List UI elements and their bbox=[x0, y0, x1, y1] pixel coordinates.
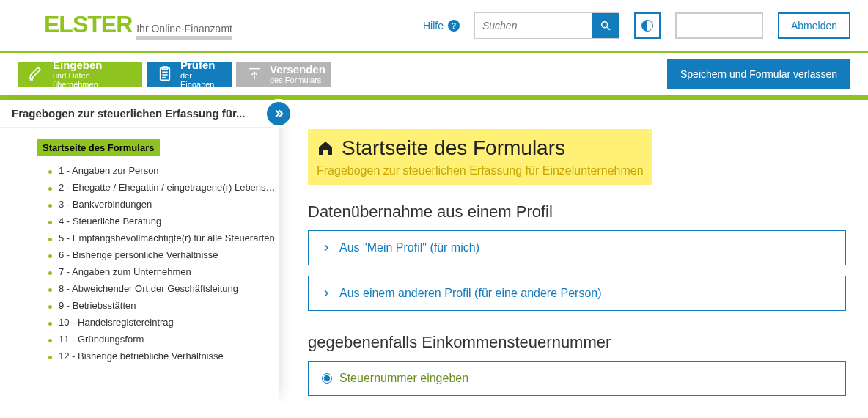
nav-item[interactable]: 3 - Bankverbindungen bbox=[44, 196, 279, 213]
nav-item[interactable]: 7 - Angaben zum Unternehmen bbox=[44, 263, 279, 280]
step1-sub: und Daten übernehmen bbox=[53, 71, 132, 89]
chevron-right-icon bbox=[322, 289, 331, 298]
nav-root[interactable]: Startseite des Formulars bbox=[37, 139, 160, 156]
link-label: Aus einem anderen Profil (für eine ander… bbox=[339, 287, 602, 300]
nav-item[interactable]: 9 - Betriebsstätten bbox=[44, 297, 279, 314]
search-input[interactable] bbox=[475, 13, 592, 38]
page-subtitle: Fragebogen zur steuerlichen Erfassung fü… bbox=[317, 164, 644, 177]
step1-title: Eingeben bbox=[53, 59, 132, 72]
steps-bar: Eingeben und Daten übernehmen Prüfen der… bbox=[0, 53, 868, 100]
sidebar-expand-button[interactable] bbox=[264, 99, 293, 128]
pencil-icon bbox=[28, 65, 45, 83]
help-icon: ? bbox=[448, 20, 460, 32]
nav-item[interactable]: 11 - Gründungsform bbox=[44, 331, 279, 348]
logo-tagline-wrap: Ihr Online-Finanzamt bbox=[136, 23, 232, 40]
link-anderes-profil[interactable]: Aus einem anderen Profil (für eine ander… bbox=[308, 276, 846, 311]
logo-text: ELSTER bbox=[44, 11, 132, 38]
radio-input[interactable] bbox=[322, 373, 332, 384]
contrast-icon bbox=[641, 20, 653, 32]
page-title: Startseite des Formulars bbox=[342, 136, 565, 160]
search-icon bbox=[600, 20, 611, 32]
radio-label: Steuernummer eingeben bbox=[339, 372, 468, 385]
step-pruefen[interactable]: Prüfen der Eingaben bbox=[147, 62, 232, 87]
section-datenuebernahme: Datenübernahme aus einem Profil bbox=[308, 202, 846, 221]
sidebar-title: Fragebogen zur steuerlichen Erfassung fü… bbox=[12, 107, 245, 120]
top-header: ELSTER Ihr Online-Finanzamt Hilfe ? Abme… bbox=[0, 0, 868, 53]
logout-button[interactable]: Abmelden bbox=[778, 12, 850, 39]
help-link[interactable]: Hilfe ? bbox=[423, 20, 460, 32]
link-label: Aus "Mein Profil" (für mich) bbox=[339, 241, 479, 254]
section-steuernummer: gegebenenfalls Einkommensteuernummer bbox=[308, 333, 846, 352]
clipboard-icon bbox=[157, 66, 173, 82]
home-icon bbox=[317, 139, 334, 157]
link-mein-profil[interactable]: Aus "Mein Profil" (für mich) bbox=[308, 230, 846, 265]
logo-underline bbox=[136, 36, 232, 40]
search-button[interactable] bbox=[592, 13, 619, 38]
help-label: Hilfe bbox=[423, 20, 444, 32]
placeholder-box bbox=[675, 12, 763, 39]
header-right: Hilfe ? Abmelden bbox=[423, 12, 850, 39]
sidebar-header: Fragebogen zur steuerlichen Erfassung fü… bbox=[0, 100, 279, 128]
nav-item[interactable]: 2 - Ehegatte / Ehegattin / eingetragene(… bbox=[44, 179, 279, 196]
svg-line-1 bbox=[607, 27, 610, 30]
nav-item[interactable]: 6 - Bisherige persönliche Verhältnisse bbox=[44, 246, 279, 263]
step3-sub: des Formulars bbox=[270, 76, 326, 84]
nav-item[interactable]: 12 - Bisherige betriebliche Verhältnisse bbox=[44, 348, 279, 364]
search-box bbox=[474, 12, 619, 39]
radio-steuernummer-eingeben[interactable]: Steuernummer eingeben bbox=[308, 361, 846, 396]
chevron-right-icon bbox=[322, 243, 331, 252]
svg-point-0 bbox=[602, 22, 608, 28]
nav-item[interactable]: 4 - Steuerliche Beratung bbox=[44, 213, 279, 230]
nav-item[interactable]: 5 - Empfangsbevollmächtigte(r) für alle … bbox=[44, 230, 279, 246]
nav-item[interactable]: 1 - Angaben zur Person bbox=[44, 162, 279, 179]
send-icon bbox=[246, 66, 262, 82]
main-content: Startseite des Formulars Fragebogen zur … bbox=[279, 100, 868, 403]
profile-link-stack: Aus "Mein Profil" (für mich) Aus einem a… bbox=[308, 230, 846, 311]
step2-title: Prüfen bbox=[180, 59, 221, 72]
step3-title: Versenden bbox=[270, 64, 326, 76]
logo-tagline: Ihr Online-Finanzamt bbox=[136, 23, 232, 34]
step-versenden[interactable]: Versenden des Formulars bbox=[236, 62, 331, 87]
chevrons-right-icon bbox=[272, 107, 285, 120]
step2-sub: der Eingaben bbox=[180, 71, 221, 89]
contrast-button[interactable] bbox=[634, 12, 661, 39]
nav-item[interactable]: 10 - Handelsregistereintrag bbox=[44, 314, 279, 331]
step-eingeben[interactable]: Eingeben und Daten übernehmen bbox=[18, 62, 142, 87]
logo-section: ELSTER Ihr Online-Finanzamt bbox=[44, 11, 232, 40]
nav-tree: Startseite des Formulars 1 - Angaben zur… bbox=[0, 128, 279, 376]
nav-item[interactable]: 8 - Abweichender Ort der Geschäftsleitun… bbox=[44, 280, 279, 297]
page-title-block: Startseite des Formulars Fragebogen zur … bbox=[308, 129, 652, 185]
save-exit-button[interactable]: Speichern und Formular verlassen bbox=[667, 59, 850, 89]
sidebar: Fragebogen zur steuerlichen Erfassung fü… bbox=[0, 100, 279, 403]
body: Fragebogen zur steuerlichen Erfassung fü… bbox=[0, 100, 868, 403]
